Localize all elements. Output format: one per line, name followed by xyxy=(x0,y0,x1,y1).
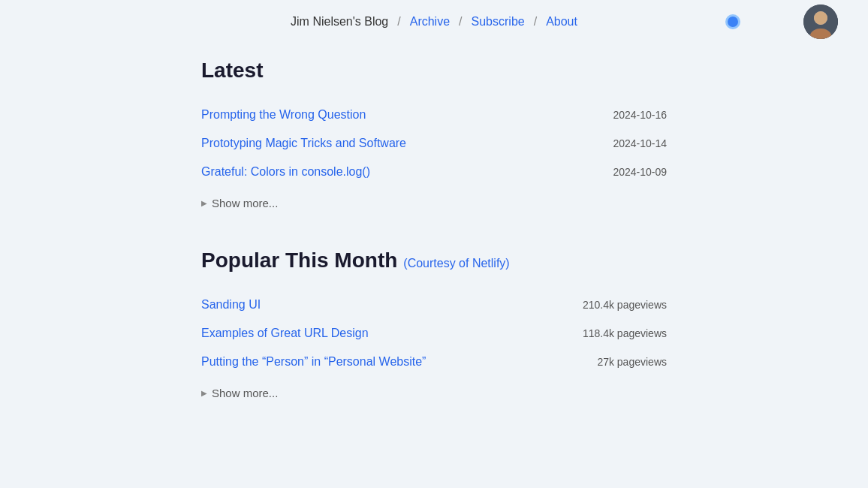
popular-show-more-button[interactable]: ▶ Show more... xyxy=(201,384,278,402)
popular-title-text: Popular This Month xyxy=(201,249,397,272)
post-date-3: 2024-10-09 xyxy=(613,166,667,178)
nav-sep-3: / xyxy=(534,15,537,29)
post-date-1: 2024-10-16 xyxy=(613,109,667,121)
nav-link-subscribe[interactable]: Subscribe xyxy=(472,15,525,29)
nav-link-archive[interactable]: Archive xyxy=(410,15,450,29)
latest-title: Latest xyxy=(201,59,667,83)
table-row: Putting the “Person” in “Personal Websit… xyxy=(201,348,667,376)
latest-show-more-label: Show more... xyxy=(212,197,278,209)
popular-section: Popular This Month(Courtesy of Netlify) … xyxy=(201,249,667,402)
popular-show-more-label: Show more... xyxy=(212,387,278,399)
table-row: Examples of Great URL Design 118.4k page… xyxy=(201,319,667,348)
nav-bar: Jim Nielsen's Blog / Archive / Subscribe… xyxy=(0,0,868,44)
nav-sep-2: / xyxy=(459,15,462,29)
popular-pageviews-3: 27k pageviews xyxy=(597,356,667,368)
table-row: Sanding UI 210.4k pageviews xyxy=(201,291,667,319)
nav-links: Jim Nielsen's Blog / Archive / Subscribe… xyxy=(291,15,577,29)
table-row: Grateful: Colors in console.log() 2024-1… xyxy=(201,158,667,186)
popular-link-2[interactable]: Examples of Great URL Design xyxy=(201,327,369,340)
avatar-image xyxy=(803,5,838,39)
nav-sep-1: / xyxy=(397,15,400,29)
main-content: Latest Prompting the Wrong Question 2024… xyxy=(171,44,697,453)
latest-section: Latest Prompting the Wrong Question 2024… xyxy=(201,59,667,212)
triangle-icon: ▶ xyxy=(201,199,207,207)
svg-point-3 xyxy=(814,11,827,25)
theme-toggle-button[interactable] xyxy=(725,14,740,29)
table-row: Prompting the Wrong Question 2024-10-16 xyxy=(201,101,667,129)
latest-show-more-button[interactable]: ▶ Show more... xyxy=(201,194,278,212)
popular-link-1[interactable]: Sanding UI xyxy=(201,298,261,312)
post-link-2[interactable]: Prototyping Magic Tricks and Software xyxy=(201,137,406,150)
popular-link-3[interactable]: Putting the “Person” in “Personal Websit… xyxy=(201,355,426,369)
popular-title: Popular This Month(Courtesy of Netlify) xyxy=(201,249,667,273)
avatar[interactable] xyxy=(803,5,838,39)
table-row: Prototyping Magic Tricks and Software 20… xyxy=(201,129,667,158)
post-link-3[interactable]: Grateful: Colors in console.log() xyxy=(201,165,370,179)
triangle-icon-2: ▶ xyxy=(201,389,207,397)
nav-link-about[interactable]: About xyxy=(546,15,577,29)
popular-subtitle: (Courtesy of Netlify) xyxy=(403,257,509,270)
post-link-1[interactable]: Prompting the Wrong Question xyxy=(201,108,366,122)
nav-brand[interactable]: Jim Nielsen's Blog xyxy=(291,15,388,29)
popular-pageviews-1: 210.4k pageviews xyxy=(583,299,667,311)
popular-pageviews-2: 118.4k pageviews xyxy=(583,327,667,339)
post-date-2: 2024-10-14 xyxy=(613,137,667,149)
